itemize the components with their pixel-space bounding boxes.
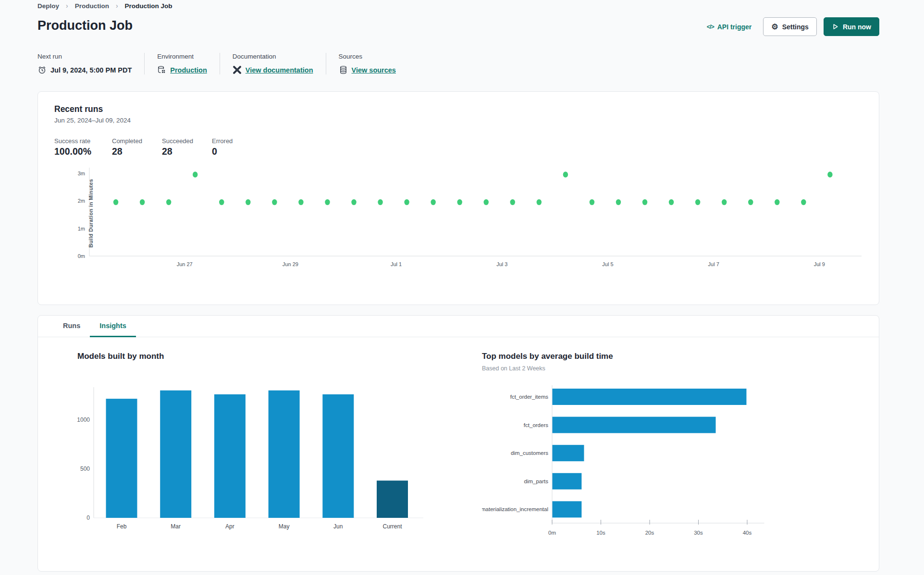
sources-label: Sources (339, 53, 396, 60)
model-bar[interactable] (553, 389, 747, 405)
run-dot[interactable] (510, 199, 515, 205)
environment-section: Environment Production (157, 53, 220, 74)
month-bar[interactable] (377, 480, 408, 518)
recent-runs-card: Recent runs Jun 25, 2024–Jul 09, 2024 Su… (37, 91, 879, 305)
x-category-label: Current (382, 523, 402, 530)
x-tick-label: Jul 9 (814, 261, 825, 267)
run-dot[interactable] (272, 199, 277, 205)
breadcrumb-production-job: Production Job (125, 2, 172, 10)
next-run-section: Next run Jul 9, 2024, 5:00 PM PDT (37, 53, 145, 74)
build-duration-chart[interactable]: Build Duration in Minutes 0m1m2m3mJun 27… (54, 165, 862, 274)
run-dot[interactable] (722, 199, 727, 205)
model-bar[interactable] (553, 445, 584, 461)
month-bar[interactable] (106, 399, 137, 518)
stat-label: Succeeded (162, 137, 212, 145)
run-dot[interactable] (748, 199, 753, 205)
stat-value: 100.00% (54, 146, 112, 157)
api-trigger-label: API trigger (717, 23, 752, 31)
top-models-block: Top models by average build time Based o… (443, 352, 827, 545)
insights-charts-area: Models built by month 05001000FebMarAprM… (38, 337, 879, 545)
run-dot[interactable] (219, 199, 224, 205)
run-dot[interactable] (695, 199, 700, 205)
tab-runs[interactable]: Runs (53, 316, 90, 337)
y-tick-label: 500 (80, 465, 90, 472)
run-dot[interactable] (166, 199, 171, 205)
run-dot[interactable] (457, 199, 462, 205)
x-tick-label: Jun 27 (177, 261, 193, 267)
x-tick-label: Jun 29 (283, 261, 298, 267)
model-label: dim_customers (511, 450, 548, 456)
x-category-label: Apr (225, 523, 234, 530)
run-dot[interactable] (431, 199, 435, 205)
top-models-title: Top models by average build time (482, 352, 827, 361)
run-dot[interactable] (827, 171, 832, 177)
chevron-right-icon: › (66, 2, 68, 10)
view-documentation-link[interactable]: View documentation (246, 66, 313, 74)
next-run-label: Next run (37, 53, 132, 60)
month-bar[interactable] (322, 394, 354, 518)
run-dot[interactable] (775, 199, 779, 205)
month-bar[interactable] (160, 391, 191, 518)
model-label: fct_orders (524, 422, 548, 428)
build-duration-scatter-svg[interactable]: 0m1m2m3mJun 27Jun 29Jul 1Jul 3Jul 5Jul 7… (54, 165, 863, 273)
run-dot[interactable] (298, 199, 303, 205)
month-bar[interactable] (214, 394, 246, 518)
model-bar[interactable] (553, 417, 716, 433)
x-category-label: Feb (117, 523, 127, 530)
stat-value: 28 (162, 146, 212, 157)
run-dot[interactable] (801, 199, 806, 205)
job-page: Deploy › Production › Production Job Pro… (0, 0, 924, 575)
x-category-label: Mar (171, 523, 181, 530)
breadcrumb-deploy[interactable]: Deploy (37, 2, 59, 10)
alarm-clock-icon (37, 65, 47, 74)
x-tick-label: Jul 7 (708, 261, 719, 267)
dbt-docs-icon (233, 65, 242, 74)
view-sources-link[interactable]: View sources (352, 66, 396, 74)
y-tick-label: 3m (78, 171, 85, 176)
y-tick-label: 0m (78, 253, 85, 259)
stat-label: Success rate (54, 137, 112, 145)
settings-label: Settings (782, 23, 809, 31)
chevron-right-icon: › (116, 2, 118, 10)
run-dot[interactable] (642, 199, 647, 205)
run-dot[interactable] (378, 199, 382, 205)
run-dot[interactable] (537, 199, 542, 205)
run-dot[interactable] (404, 199, 409, 205)
stat-errored: Errored 0 (212, 137, 262, 157)
run-dot[interactable] (563, 171, 568, 177)
run-dot[interactable] (325, 199, 330, 205)
environment-database-icon (157, 65, 166, 74)
run-dot[interactable] (140, 199, 145, 205)
breadcrumb-production[interactable]: Production (75, 2, 109, 10)
y-tick-label: 2m (78, 198, 85, 204)
model-bar[interactable] (553, 501, 582, 517)
page-title: Production Job (37, 18, 133, 33)
run-dot[interactable] (616, 199, 621, 205)
run-dot[interactable] (193, 171, 197, 177)
run-dot[interactable] (484, 199, 489, 205)
tab-insights[interactable]: Insights (90, 316, 136, 337)
run-now-button[interactable]: Run now (824, 17, 879, 36)
settings-button[interactable]: ⚙ Settings (763, 17, 817, 36)
environment-link[interactable]: Production (170, 66, 207, 74)
model-label: materialization_incremental (482, 506, 548, 512)
environment-label: Environment (157, 53, 207, 60)
run-dot[interactable] (246, 199, 250, 205)
insights-card: Runs Insights Models built by month 0500… (37, 315, 879, 572)
run-dot[interactable] (669, 199, 674, 205)
model-bar[interactable] (553, 473, 582, 489)
x-tick-label: 40s (743, 530, 752, 536)
recent-runs-stats: Success rate 100.00% Completed 28 Succee… (54, 137, 862, 157)
top-models-chart[interactable]: 0m10s20s30s40sfct_order_itemsfct_ordersd… (482, 382, 818, 543)
run-dot[interactable] (113, 199, 118, 205)
code-brackets-icon: </> (707, 24, 714, 30)
breadcrumb: Deploy › Production › Production Job (37, 2, 172, 10)
api-trigger-link[interactable]: </> API trigger (707, 23, 752, 31)
stat-label: Completed (112, 137, 162, 145)
month-bar[interactable] (269, 391, 300, 518)
model-label: dim_parts (524, 478, 549, 484)
run-dot[interactable] (590, 199, 594, 205)
stat-success-rate: Success rate 100.00% (54, 137, 112, 157)
models-by-month-chart[interactable]: 05001000FebMarAprMayJunCurrent (77, 385, 443, 534)
run-dot[interactable] (351, 199, 356, 205)
